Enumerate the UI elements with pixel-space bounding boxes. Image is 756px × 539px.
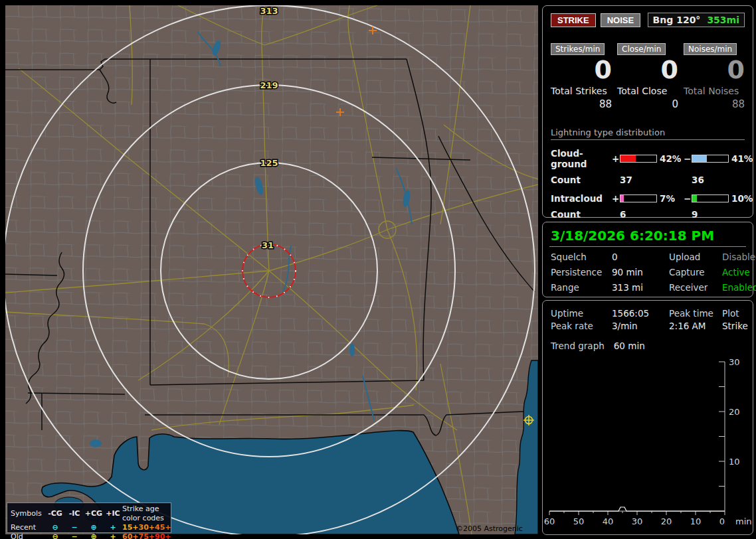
ring-label-125: 125	[260, 158, 278, 168]
receiver-label: Receiver	[669, 282, 722, 293]
age-30: 30+	[139, 523, 155, 532]
legend-ages-header: Strike age color codes	[122, 504, 167, 523]
plot-label: Plot	[722, 308, 745, 319]
cg-positive-pct: 42%	[657, 153, 684, 164]
bearing-range: 353mi	[707, 15, 739, 25]
peak-time-label: Peak time	[669, 308, 722, 319]
legend-row-old: Old	[11, 532, 45, 539]
recent-pcg-icon: ⊕	[84, 523, 104, 532]
svg-text:10: 10	[729, 457, 740, 467]
total-noises-value: 88	[684, 98, 745, 110]
persistence-label: Persistence	[551, 267, 612, 277]
intracloud-row: Intracloud + 7% − 10%	[551, 193, 745, 204]
trend-x-tick-labels: 60 50 40 30 20 10 0 min	[544, 516, 752, 526]
recent-nic-icon: −	[65, 523, 84, 532]
status-panel: 3/18/2026 6:20:18 PM Squelch 0 Upload Di…	[542, 222, 753, 297]
total-close-label: Total Close	[617, 86, 678, 96]
minus-sign: −	[684, 193, 692, 204]
strike-stats-panel: STRIKE NOISE Bng 120° 353mi Strikes/min …	[542, 5, 753, 218]
cg-positive-bar	[620, 155, 657, 163]
trend-panel: Uptime 1566:05 Peak time Plot Peak rate …	[542, 300, 753, 535]
old-pcg-icon: ⊕	[84, 532, 104, 539]
bearing-readout: Bng 120° 353mi	[648, 13, 745, 27]
trend-line	[549, 507, 725, 511]
plus-sign: +	[612, 193, 620, 204]
noises-per-min-value: 0	[684, 55, 745, 84]
range-value: 313 mi	[612, 282, 669, 293]
capture-label: Capture	[669, 267, 722, 277]
peak-time-value: 2:16 AM	[669, 321, 722, 331]
total-close-value: 0	[617, 98, 678, 110]
datetime-display: 3/18/2026 6:20:18 PM	[549, 226, 746, 247]
count-label: Count	[551, 209, 612, 220]
strikes-per-min-button[interactable]: Strikes/min	[551, 43, 605, 55]
status-row: Squelch 0 Upload Disabled	[549, 252, 746, 262]
legend-col-ncg: -CG	[45, 509, 65, 518]
svg-text:30: 30	[729, 357, 740, 367]
svg-text:60: 60	[544, 516, 555, 526]
plot-value: Strike	[722, 321, 748, 331]
cg-negative-pct: 41%	[729, 153, 753, 164]
trend-window-value: 60 min	[614, 341, 645, 351]
close-per-min-value: 0	[617, 55, 678, 84]
trend-x-unit: min	[735, 516, 752, 526]
legend-symbols-header: Symbols	[11, 509, 45, 518]
strikes-per-min-value: 0	[551, 55, 612, 84]
old-pic-icon: +	[104, 532, 122, 539]
svg-text:10: 10	[690, 516, 702, 526]
svg-text:20: 20	[661, 516, 672, 526]
ring-label-313: 313	[260, 6, 278, 16]
trend-graph-header: Trend graph 60 min	[549, 341, 746, 351]
legend-col-pic: +IC	[104, 509, 122, 518]
radar-map[interactable]: 313 219 125 31 Symbols -CG -IC +CG +IC S…	[5, 5, 538, 534]
legend-col-pcg: +CG	[84, 509, 104, 518]
ring-label-219: 219	[260, 80, 278, 90]
uptime-value: 1566:05	[612, 308, 669, 319]
cg-negative-bar	[692, 155, 729, 163]
svg-text:0: 0	[719, 516, 725, 526]
map-legend: Symbols -CG -IC +CG +IC Strike age color…	[7, 502, 171, 533]
trend-graph: 30 20 10 60 50 40 30 20 10 0 min	[543, 356, 754, 534]
stats-row: Uptime 1566:05 Peak time Plot	[549, 308, 746, 319]
cg-negative-count: 36	[692, 175, 745, 185]
receiver-value: Enabled	[722, 282, 756, 293]
age-90: 90+	[155, 532, 171, 539]
ic-positive-bar	[620, 194, 657, 202]
range-label: Range	[551, 282, 612, 293]
total-strikes-value: 88	[551, 98, 612, 110]
recent-ncg-icon: ⊖	[45, 523, 65, 532]
ic-positive-pct: 7%	[657, 193, 684, 204]
intracloud-count-row: Count 6 9	[551, 209, 745, 220]
uptime-label: Uptime	[551, 308, 612, 319]
legend-col-nic: -IC	[65, 509, 84, 518]
svg-text:30: 30	[632, 516, 643, 526]
status-row: Persistence 90 min Capture Active	[549, 267, 746, 277]
map-canvas: 313 219 125 31	[5, 5, 538, 534]
ic-negative-bar	[692, 194, 729, 202]
status-row: Range 313 mi Receiver Enabled	[549, 282, 746, 293]
stats-row: Peak rate 3/min 2:16 AM Strike	[549, 321, 746, 331]
plus-sign: +	[612, 153, 620, 164]
old-ncg-icon: ⊖	[45, 532, 65, 539]
peak-rate-value: 3/min	[612, 321, 669, 331]
ring-label-31: 31	[262, 240, 274, 250]
total-strikes-label: Total Strikes	[551, 86, 612, 96]
upload-value: Disabled	[722, 252, 756, 262]
close-per-min-button[interactable]: Close/min	[617, 43, 666, 55]
noise-mode-button[interactable]: NOISE	[601, 13, 640, 27]
legend-row-recent: Recent	[11, 523, 45, 532]
svg-text:20: 20	[729, 407, 740, 417]
cloud-ground-label: Cloud-ground	[551, 148, 612, 169]
strike-mode-button[interactable]: STRIKE	[551, 13, 596, 27]
intracloud-label: Intracloud	[551, 193, 612, 204]
trend-axes	[549, 362, 725, 515]
count-label: Count	[551, 175, 612, 185]
age-75: 75+	[139, 532, 155, 539]
age-60: 60+	[122, 532, 139, 539]
noises-per-min-button[interactable]: Noises/min	[684, 43, 737, 55]
ic-negative-pct: 10%	[729, 193, 753, 204]
bearing-value: Bng 120°	[653, 15, 701, 25]
cg-positive-count: 37	[620, 175, 692, 185]
ic-negative-count: 9	[692, 209, 745, 220]
old-nic-icon: −	[65, 532, 84, 539]
